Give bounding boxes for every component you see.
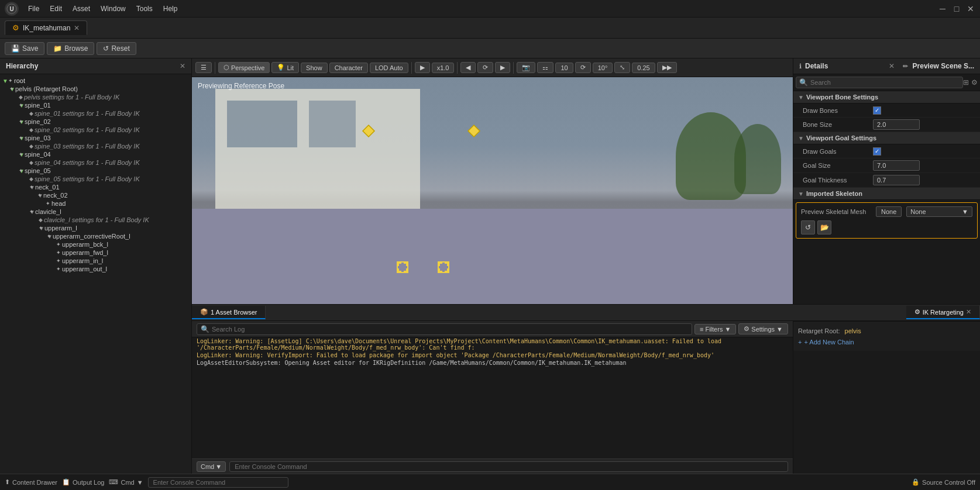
skeleton-folder-btn[interactable]: 📂 <box>817 220 831 234</box>
tree-item-spine03[interactable]: ▼ ✦ spine_03 <box>0 134 191 142</box>
output-search-icon: 🔍 <box>201 325 209 333</box>
search-input[interactable] <box>796 77 963 88</box>
lit-button[interactable]: 💡 Lit <box>271 62 299 73</box>
angle-btn[interactable]: ⟳ <box>575 62 591 73</box>
menu-file[interactable]: File <box>23 4 44 14</box>
tree-item-spine01-settings[interactable]: ◆ spine_01 settings for 1 - Full Body IK <box>0 109 191 118</box>
add-new-chain-btn[interactable]: + + Add New Chain <box>798 337 975 347</box>
nav-btn-center[interactable]: ⟳ <box>477 62 493 73</box>
main-tab[interactable]: ⚙ IK_metahuman ✕ <box>5 20 87 35</box>
tree-item-upperarm-fwd-l[interactable]: ✦ upperarm_fwd_l <box>0 249 191 257</box>
details-grid-view-btn[interactable]: ⊞ <box>963 78 969 87</box>
camera-btn[interactable]: 📷 <box>517 62 535 73</box>
cmd-dropdown-btn[interactable]: Cmd ▼ <box>197 461 226 472</box>
tree-item-spine04-settings[interactable]: ◆ spine_04 settings for 1 - Full Body IK <box>0 158 191 167</box>
menu-asset[interactable]: Asset <box>68 4 95 14</box>
scale-val-btn[interactable]: 0.25 <box>632 63 655 73</box>
status-cmd-btn[interactable]: ⌨ Cmd ▼ <box>109 478 143 486</box>
speed-button[interactable]: x1.0 <box>432 63 455 73</box>
tree-item-spine01[interactable]: ▼ ✦ spine_01 <box>0 101 191 109</box>
minimize-button[interactable]: ─ <box>938 4 947 13</box>
section-title-bone: Viewport Bone Settings <box>806 94 878 101</box>
console-input[interactable] <box>229 461 788 472</box>
goal-thickness-value <box>873 175 975 185</box>
output-log-btn[interactable]: 📋 Output Log <box>62 478 104 486</box>
bone-size-input[interactable] <box>873 119 920 130</box>
close-button[interactable]: ✕ <box>966 4 975 13</box>
grid-size-btn[interactable]: 10 <box>555 63 573 73</box>
tree-item-spine02[interactable]: ▼ ✦ spine_02 <box>0 118 191 126</box>
filters-button[interactable]: ≡ Filters ▼ <box>694 324 736 334</box>
tree-arrow-spine03: ▼ <box>0 135 19 142</box>
tree-item-upperarm-bck-l[interactable]: ✦ upperarm_bck_l <box>0 240 191 249</box>
scale-btn[interactable]: ⤡ <box>614 62 630 73</box>
nav-btn-left[interactable]: ◀ <box>460 62 476 73</box>
save-button[interactable]: 💾 Save <box>5 42 44 55</box>
menu-edit[interactable]: Edit <box>45 4 67 14</box>
play-button[interactable]: ▶ <box>415 62 430 73</box>
output-settings-button[interactable]: ⚙ Settings ▼ <box>738 323 788 334</box>
menu-help[interactable]: Help <box>159 4 183 14</box>
tree-item-neck01[interactable]: ▼ ✦ neck_01 <box>0 183 191 191</box>
tab-close-icon[interactable]: ✕ <box>74 24 80 32</box>
lod-button[interactable]: LOD Auto <box>370 63 408 73</box>
tree-item-pelvis-settings[interactable]: ◆ pelvis settings for 1 - Full Body IK <box>0 93 191 101</box>
browse-button[interactable]: 📁 Browse <box>47 42 94 55</box>
tree-item-clavicle-l-settings[interactable]: ◆ clavicle_l settings for 1 - Full Body … <box>0 216 191 224</box>
tree-item-spine03-settings[interactable]: ◆ spine_03 settings for 1 - Full Body IK <box>0 142 191 150</box>
tree-item-spine04[interactable]: ▼ ✦ spine_04 <box>0 150 191 158</box>
source-control-btn[interactable]: 🔒 Source Control Off <box>912 478 975 486</box>
maximize-button[interactable]: □ <box>952 4 961 13</box>
menu-tools[interactable]: Tools <box>132 4 157 14</box>
tree-arrow-clavicle-l: ▼ <box>0 209 29 215</box>
section-title-goal: Viewport Goal Settings <box>806 134 876 142</box>
grid-btn[interactable]: ⚏ <box>537 62 553 73</box>
draw-bones-checkbox[interactable]: ✓ <box>873 106 881 115</box>
tree-item-spine05-settings[interactable]: ◆ spine_05 settings for 1 - Full Body IK <box>0 175 191 183</box>
character-button[interactable]: Character <box>329 63 368 73</box>
reset-button[interactable]: ↺ Reset <box>97 42 136 55</box>
tree-label-spine04-settings: spine_04 settings for 1 - Full Body IK <box>35 159 140 166</box>
section-viewport-goal-settings[interactable]: ▼ Viewport Goal Settings <box>793 132 980 144</box>
viewport[interactable]: Previewing Reference Pose <box>192 77 793 304</box>
search-wrapper: 🔍 ⊞ ⚙ <box>796 77 978 88</box>
content-drawer-btn[interactable]: ⬆ Content Drawer <box>5 478 57 486</box>
ik-retargeting-tab[interactable]: ⚙ IK Retargeting ✕ <box>906 306 980 319</box>
skeleton-dropdown[interactable]: None ▼ <box>906 206 972 217</box>
angle-val-btn[interactable]: 10° <box>593 63 613 73</box>
output-search-input[interactable] <box>212 326 688 333</box>
tree-item-upperarm-l[interactable]: ▼ ✦ upperarm_l <box>0 224 191 232</box>
goal-thickness-label: Goal Thickness <box>803 177 873 184</box>
tree-item-upperarm-in-l[interactable]: ✦ upperarm_in_l <box>0 257 191 265</box>
tree-item-spine05[interactable]: ▼ ✦ spine_05 <box>0 167 191 175</box>
tree-item-clavicle-l[interactable]: ▼ ✦ clavicle_l <box>0 208 191 216</box>
menu-window[interactable]: Window <box>96 4 130 14</box>
skeleton-refresh-btn[interactable]: ↺ <box>801 220 815 234</box>
tree-item-pelvis[interactable]: ▼ ✦ pelvis (Retarget Root) <box>0 85 191 93</box>
skeleton-none-btn[interactable]: None <box>876 206 902 217</box>
ik-tab-close-icon[interactable]: ✕ <box>966 308 971 316</box>
draw-goals-checkbox[interactable]: ✓ <box>873 147 881 156</box>
goal-thickness-input[interactable] <box>873 175 920 185</box>
tree-item-head[interactable]: ✦ head <box>0 199 191 208</box>
bone-icon-pelvis: ✦ <box>9 86 14 92</box>
details-header: ℹ Details ✕ ✏ Preview Scene S... <box>793 58 980 74</box>
hierarchy-close-icon[interactable]: ✕ <box>180 62 185 70</box>
asset-browser-tab[interactable]: 📦 1 Asset Browser <box>192 306 266 319</box>
tree-item-upperarm-out-l[interactable]: ✦ upperarm_out_l <box>0 265 191 273</box>
tree-item-neck02[interactable]: ▼ ✦ neck_02 <box>0 191 191 199</box>
section-viewport-bone-settings[interactable]: ▼ Viewport Bone Settings <box>793 91 980 103</box>
details-settings-btn[interactable]: ⚙ <box>971 78 978 87</box>
tree-item-root[interactable]: ▼ ✦ root <box>0 77 191 85</box>
tree-item-upperarm-corrective-root[interactable]: ▼ ✦ upperarm_correctiveRoot_l <box>0 232 191 240</box>
tree-item-spine02-settings[interactable]: ◆ spine_02 settings for 1 - Full Body IK <box>0 126 191 134</box>
more-btn[interactable]: ▶▶ <box>657 62 677 73</box>
nav-btn-right[interactable]: ▶ <box>495 62 510 73</box>
perspective-button[interactable]: ⬡ Perspective <box>218 62 270 73</box>
details-close-icon[interactable]: ✕ <box>889 62 895 70</box>
show-button[interactable]: Show <box>301 63 328 73</box>
section-imported-skeleton[interactable]: ▼ Imported Skeleton <box>793 188 980 200</box>
goal-size-input[interactable] <box>873 160 920 171</box>
status-console-input[interactable] <box>148 477 288 488</box>
viewport-menu-button[interactable]: ☰ <box>195 62 212 73</box>
